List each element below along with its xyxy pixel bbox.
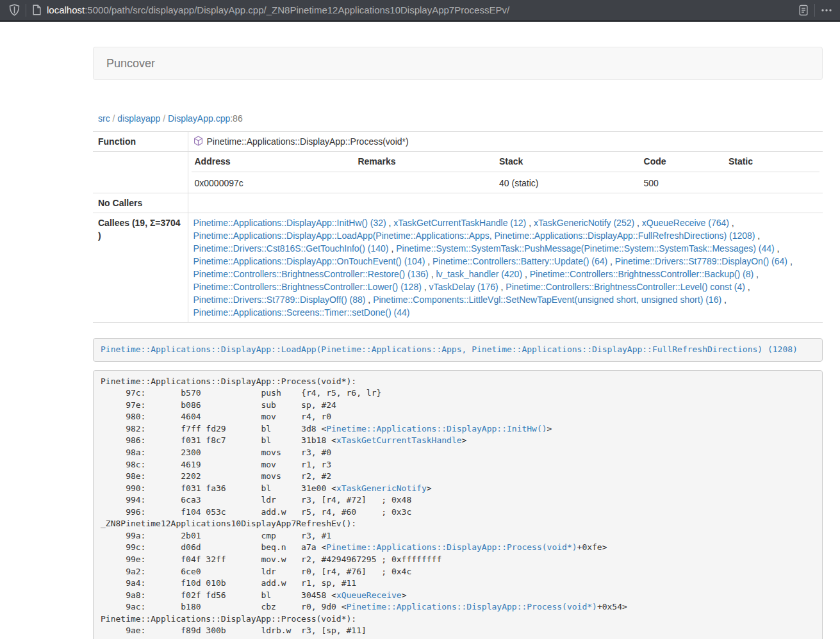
function-cube-icon	[194, 136, 203, 146]
callee-link[interactable]: Pinetime::Applications::DisplayApp::OnTo…	[194, 256, 425, 266]
toolbar-separator	[26, 4, 26, 17]
no-callers-label: No Callers	[93, 193, 188, 213]
breadcrumb-item-displayapp[interactable]: displayapp	[117, 113, 160, 124]
callee-link[interactable]: Pinetime::Controllers::BrightnessControl…	[530, 269, 754, 279]
url-host: localhost	[47, 4, 85, 15]
navbar: Puncover	[93, 47, 823, 80]
callees-row: Callees (19, Σ=3704 ) Pinetime::Applicat…	[93, 213, 823, 323]
loadapp-function-link[interactable]: Pinetime::Applications::DisplayApp::Load…	[101, 344, 798, 354]
callee-link[interactable]: vTaskDelay (176)	[429, 282, 498, 292]
breadcrumb-separator: /	[110, 113, 118, 124]
callee-link[interactable]: Pinetime::Applications::DisplayApp::Init…	[194, 218, 386, 228]
page-container: Puncover src / displayapp / DisplayApp.c…	[93, 47, 823, 639]
callee-link[interactable]: Pinetime::Drivers::St7789::DisplayOn() (…	[615, 256, 787, 266]
col-header-remarks: Remarks	[354, 152, 496, 172]
callee-link[interactable]: Pinetime::System::SystemTask::PushMessag…	[396, 243, 775, 254]
breadcrumb-line-number: :86	[230, 113, 242, 124]
breadcrumb: src / displayapp / DisplayApp.cpp:86	[98, 112, 823, 125]
navbar-brand[interactable]: Puncover	[106, 57, 155, 70]
url-bar[interactable]: localhost:5000/path/src/displayapp/Displ…	[47, 4, 798, 15]
col-header-stack: Stack	[496, 152, 641, 172]
url-path: :5000/path/src/displayapp/DisplayApp.cpp…	[85, 4, 509, 15]
stats-table: Address Remarks Stack Code Static 0x0000…	[192, 152, 820, 193]
callers-row: No Callers	[93, 193, 823, 213]
stack-value: 40 (static)	[496, 172, 641, 193]
function-detail-table: Function Pinetime::Applications::Display…	[93, 131, 823, 323]
col-header-static: Static	[725, 152, 819, 172]
reader-view-icon[interactable]	[798, 4, 809, 16]
callee-link[interactable]: Pinetime::Drivers::St7789::DisplayOff() …	[194, 295, 366, 305]
toolbar-separator	[814, 4, 815, 17]
static-value	[725, 172, 819, 193]
callee-link[interactable]: Pinetime::Controllers::BrightnessControl…	[506, 282, 745, 292]
code-symbol-link[interactable]: Pinetime::Applications::DisplayApp::Proc…	[347, 602, 597, 611]
code-symbol-link[interactable]: Pinetime::Applications::DisplayApp::Proc…	[326, 542, 577, 552]
code-symbol-link[interactable]: xTaskGetCurrentTaskHandle	[336, 435, 462, 445]
callee-link[interactable]: Pinetime::Controllers::BrightnessControl…	[194, 282, 422, 292]
col-header-code: Code	[641, 152, 725, 172]
breadcrumb-item-src[interactable]: src	[98, 113, 110, 124]
remarks-value	[354, 172, 496, 193]
callee-link[interactable]: Pinetime::Components::LittleVgl::SetNewT…	[373, 295, 721, 305]
breadcrumb-separator: /	[160, 113, 168, 124]
code-symbol-link[interactable]: xTaskGenericNotify	[336, 483, 427, 493]
callee-link[interactable]: xTaskGenericNotify (252)	[534, 218, 634, 228]
code-symbol-link[interactable]: xQueueReceive	[336, 590, 402, 600]
shield-icon[interactable]	[9, 4, 20, 16]
page-icon[interactable]	[32, 4, 42, 15]
code-symbol-link[interactable]: Pinetime::Applications::DisplayApp::Init…	[326, 424, 547, 433]
code-size-value: 500	[641, 172, 725, 193]
callee-link[interactable]: Pinetime::Controllers::BrightnessControl…	[194, 269, 429, 279]
callee-link[interactable]: Pinetime::Controllers::Battery::Update()…	[432, 256, 607, 266]
callees-label: Callees (19, Σ=3704 )	[93, 213, 188, 323]
callees-list: Pinetime::Applications::DisplayApp::Init…	[188, 213, 823, 323]
callee-link[interactable]: xQueueReceive (764)	[642, 218, 729, 228]
address-value: 0x0000097c	[192, 172, 355, 193]
disassembly-listing: Pinetime::Applications::DisplayApp::Proc…	[93, 370, 823, 639]
callee-link[interactable]: Pinetime::Drivers::Cst816S::GetTouchInfo…	[194, 243, 389, 254]
function-name: Pinetime::Applications::DisplayApp::Proc…	[207, 136, 409, 147]
function-row-label: Function	[93, 132, 188, 152]
stats-value-row: 0x0000097c 40 (static) 500	[192, 172, 820, 193]
page-actions-menu-icon[interactable]	[821, 8, 832, 12]
function-row: Function Pinetime::Applications::Display…	[93, 132, 823, 152]
function-stats-row: Address Remarks Stack Code Static 0x0000…	[93, 152, 823, 193]
breadcrumb-item-DisplayApp.cpp[interactable]: DisplayApp.cpp	[168, 113, 230, 124]
col-header-address: Address	[192, 152, 355, 172]
browser-toolbar: localhost:5000/path/src/displayapp/Displ…	[0, 0, 840, 22]
callee-link[interactable]: Pinetime::Applications::DisplayApp::Load…	[194, 231, 755, 241]
callee-link[interactable]: Pinetime::Applications::Screens::Timer::…	[194, 307, 410, 318]
callee-link[interactable]: lv_task_handler (420)	[436, 269, 522, 279]
callee-link[interactable]: xTaskGetCurrentTaskHandle (12)	[393, 218, 526, 228]
highlighted-callee-box: Pinetime::Applications::DisplayApp::Load…	[93, 338, 823, 362]
